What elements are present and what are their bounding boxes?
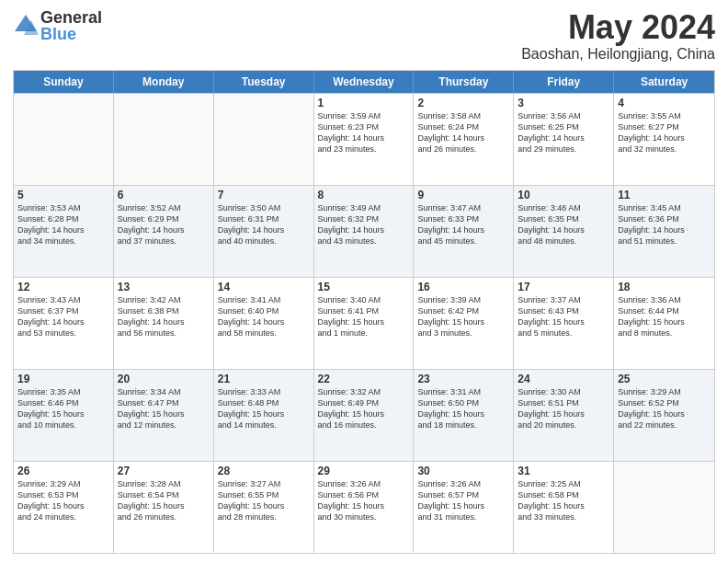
day-number: 27 <box>118 465 210 477</box>
day-number: 9 <box>417 189 509 201</box>
day-number: 13 <box>118 281 210 293</box>
calendar-cell-w3-d3: 14Sunrise: 3:41 AM Sunset: 6:40 PM Dayli… <box>214 278 314 369</box>
calendar-week-1: 1Sunrise: 3:59 AM Sunset: 6:23 PM Daylig… <box>14 93 714 185</box>
calendar-cell-w3-d1: 12Sunrise: 3:43 AM Sunset: 6:37 PM Dayli… <box>14 278 114 369</box>
day-info: Sunrise: 3:26 AM Sunset: 6:57 PM Dayligh… <box>417 478 509 523</box>
calendar-cell-w4-d1: 19Sunrise: 3:35 AM Sunset: 6:46 PM Dayli… <box>14 370 114 461</box>
day-info: Sunrise: 3:25 AM Sunset: 6:58 PM Dayligh… <box>518 478 609 523</box>
calendar-cell-w5-d2: 27Sunrise: 3:28 AM Sunset: 6:54 PM Dayli… <box>114 462 214 553</box>
calendar-cell-w1-d1 <box>14 94 114 185</box>
day-number: 18 <box>618 281 711 293</box>
calendar-cell-w5-d3: 28Sunrise: 3:27 AM Sunset: 6:55 PM Dayli… <box>214 462 314 553</box>
day-info: Sunrise: 3:36 AM Sunset: 6:44 PM Dayligh… <box>618 294 711 339</box>
day-number: 14 <box>218 281 310 293</box>
calendar-cell-w5-d7 <box>614 462 714 553</box>
day-header-sunday: Sunday <box>14 71 114 93</box>
header: General Blue May 2024 Baoshan, Heilongji… <box>13 9 715 63</box>
calendar-cell-w5-d5: 30Sunrise: 3:26 AM Sunset: 6:57 PM Dayli… <box>414 462 514 553</box>
calendar-cell-w4-d3: 21Sunrise: 3:33 AM Sunset: 6:48 PM Dayli… <box>214 370 314 461</box>
calendar-cell-w4-d6: 24Sunrise: 3:30 AM Sunset: 6:51 PM Dayli… <box>514 370 614 461</box>
day-number: 6 <box>118 189 210 201</box>
day-info: Sunrise: 3:42 AM Sunset: 6:38 PM Dayligh… <box>118 294 210 339</box>
day-number: 3 <box>518 97 609 109</box>
calendar-cell-w4-d2: 20Sunrise: 3:34 AM Sunset: 6:47 PM Dayli… <box>114 370 214 461</box>
day-number: 30 <box>417 465 509 477</box>
day-info: Sunrise: 3:45 AM Sunset: 6:36 PM Dayligh… <box>618 202 711 247</box>
logo-blue-text: Blue <box>40 26 102 42</box>
day-number: 11 <box>618 189 711 201</box>
day-info: Sunrise: 3:47 AM Sunset: 6:33 PM Dayligh… <box>417 202 509 247</box>
day-info: Sunrise: 3:37 AM Sunset: 6:43 PM Dayligh… <box>518 294 609 339</box>
day-info: Sunrise: 3:50 AM Sunset: 6:31 PM Dayligh… <box>218 202 310 247</box>
day-info: Sunrise: 3:35 AM Sunset: 6:46 PM Dayligh… <box>17 386 109 431</box>
day-number: 29 <box>318 465 410 477</box>
day-info: Sunrise: 3:52 AM Sunset: 6:29 PM Dayligh… <box>118 202 210 247</box>
day-info: Sunrise: 3:58 AM Sunset: 6:24 PM Dayligh… <box>417 110 509 155</box>
day-info: Sunrise: 3:56 AM Sunset: 6:25 PM Dayligh… <box>518 110 609 155</box>
day-number: 4 <box>618 97 711 109</box>
day-info: Sunrise: 3:33 AM Sunset: 6:48 PM Dayligh… <box>218 386 310 431</box>
location-title: Baoshan, Heilongjiang, China <box>521 46 715 63</box>
day-number: 8 <box>318 189 410 201</box>
day-number: 25 <box>618 373 711 385</box>
day-info: Sunrise: 3:53 AM Sunset: 6:28 PM Dayligh… <box>17 202 109 247</box>
calendar-cell-w4-d7: 25Sunrise: 3:29 AM Sunset: 6:52 PM Dayli… <box>614 370 714 461</box>
title-area: May 2024 Baoshan, Heilongjiang, China <box>521 9 715 63</box>
day-number: 12 <box>17 281 109 293</box>
calendar-cell-w1-d6: 3Sunrise: 3:56 AM Sunset: 6:25 PM Daylig… <box>514 94 614 185</box>
day-number: 5 <box>17 189 109 201</box>
calendar-header: SundayMondayTuesdayWednesdayThursdayFrid… <box>14 71 714 93</box>
day-header-wednesday: Wednesday <box>314 71 415 93</box>
calendar-cell-w2-d4: 8Sunrise: 3:49 AM Sunset: 6:32 PM Daylig… <box>314 186 415 277</box>
calendar-cell-w2-d3: 7Sunrise: 3:50 AM Sunset: 6:31 PM Daylig… <box>214 186 314 277</box>
calendar-week-4: 19Sunrise: 3:35 AM Sunset: 6:46 PM Dayli… <box>14 369 714 461</box>
day-info: Sunrise: 3:27 AM Sunset: 6:55 PM Dayligh… <box>218 478 310 523</box>
day-number: 22 <box>318 373 410 385</box>
calendar-week-5: 26Sunrise: 3:29 AM Sunset: 6:53 PM Dayli… <box>14 461 714 553</box>
day-number: 7 <box>218 189 310 201</box>
calendar-week-2: 5Sunrise: 3:53 AM Sunset: 6:28 PM Daylig… <box>14 185 714 277</box>
page: General Blue May 2024 Baoshan, Heilongji… <box>0 0 728 563</box>
calendar-cell-w3-d6: 17Sunrise: 3:37 AM Sunset: 6:43 PM Dayli… <box>514 278 614 369</box>
day-info: Sunrise: 3:49 AM Sunset: 6:32 PM Dayligh… <box>318 202 410 247</box>
calendar-cell-w1-d5: 2Sunrise: 3:58 AM Sunset: 6:24 PM Daylig… <box>414 94 514 185</box>
logo-icon <box>13 13 39 39</box>
calendar-body: 1Sunrise: 3:59 AM Sunset: 6:23 PM Daylig… <box>14 93 714 553</box>
day-number: 15 <box>318 281 410 293</box>
calendar-cell-w2-d2: 6Sunrise: 3:52 AM Sunset: 6:29 PM Daylig… <box>114 186 214 277</box>
day-info: Sunrise: 3:55 AM Sunset: 6:27 PM Dayligh… <box>618 110 711 155</box>
day-info: Sunrise: 3:26 AM Sunset: 6:56 PM Dayligh… <box>318 478 410 523</box>
calendar-cell-w5-d4: 29Sunrise: 3:26 AM Sunset: 6:56 PM Dayli… <box>314 462 415 553</box>
day-number: 28 <box>218 465 310 477</box>
calendar-cell-w3-d4: 15Sunrise: 3:40 AM Sunset: 6:41 PM Dayli… <box>314 278 415 369</box>
day-info: Sunrise: 3:43 AM Sunset: 6:37 PM Dayligh… <box>17 294 109 339</box>
calendar-cell-w2-d6: 10Sunrise: 3:46 AM Sunset: 6:35 PM Dayli… <box>514 186 614 277</box>
day-info: Sunrise: 3:46 AM Sunset: 6:35 PM Dayligh… <box>518 202 609 247</box>
day-number: 24 <box>518 373 609 385</box>
day-number: 2 <box>417 97 509 109</box>
day-number: 16 <box>417 281 509 293</box>
day-number: 31 <box>518 465 609 477</box>
calendar-cell-w2-d1: 5Sunrise: 3:53 AM Sunset: 6:28 PM Daylig… <box>14 186 114 277</box>
day-info: Sunrise: 3:29 AM Sunset: 6:52 PM Dayligh… <box>618 386 711 431</box>
day-number: 1 <box>318 97 410 109</box>
calendar-cell-w2-d5: 9Sunrise: 3:47 AM Sunset: 6:33 PM Daylig… <box>414 186 514 277</box>
day-number: 21 <box>218 373 310 385</box>
day-info: Sunrise: 3:31 AM Sunset: 6:50 PM Dayligh… <box>417 386 509 431</box>
day-number: 10 <box>518 189 609 201</box>
day-header-thursday: Thursday <box>414 71 514 93</box>
calendar-cell-w4-d5: 23Sunrise: 3:31 AM Sunset: 6:50 PM Dayli… <box>414 370 514 461</box>
day-number: 23 <box>417 373 509 385</box>
calendar-cell-w3-d7: 18Sunrise: 3:36 AM Sunset: 6:44 PM Dayli… <box>614 278 714 369</box>
calendar-cell-w5-d1: 26Sunrise: 3:29 AM Sunset: 6:53 PM Dayli… <box>14 462 114 553</box>
month-title: May 2024 <box>521 9 715 46</box>
calendar-cell-w2-d7: 11Sunrise: 3:45 AM Sunset: 6:36 PM Dayli… <box>614 186 714 277</box>
day-info: Sunrise: 3:40 AM Sunset: 6:41 PM Dayligh… <box>318 294 410 339</box>
day-number: 17 <box>518 281 609 293</box>
calendar-cell-w3-d2: 13Sunrise: 3:42 AM Sunset: 6:38 PM Dayli… <box>114 278 214 369</box>
day-header-tuesday: Tuesday <box>214 71 314 93</box>
calendar-cell-w1-d7: 4Sunrise: 3:55 AM Sunset: 6:27 PM Daylig… <box>614 94 714 185</box>
day-info: Sunrise: 3:32 AM Sunset: 6:49 PM Dayligh… <box>318 386 410 431</box>
calendar-cell-w5-d6: 31Sunrise: 3:25 AM Sunset: 6:58 PM Dayli… <box>514 462 614 553</box>
calendar-cell-w4-d4: 22Sunrise: 3:32 AM Sunset: 6:49 PM Dayli… <box>314 370 415 461</box>
